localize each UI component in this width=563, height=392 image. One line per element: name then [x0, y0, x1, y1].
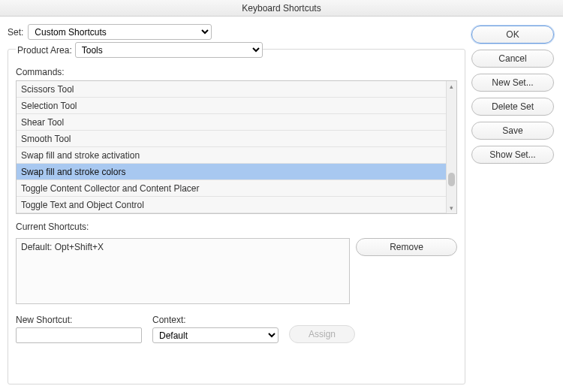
context-label: Context: [152, 315, 278, 325]
current-shortcuts-row: Default: Opt+Shift+X Remove [16, 238, 457, 304]
command-item[interactable]: Selection Tool [17, 98, 446, 114]
scroll-thumb[interactable] [448, 173, 455, 186]
show-set-button[interactable]: Show Set... [471, 146, 554, 164]
context-dropdown[interactable]: Default [152, 327, 278, 343]
command-item-selected[interactable]: Swap fill and stroke colors [17, 164, 446, 180]
current-shortcuts-list[interactable]: Default: Opt+Shift+X [16, 238, 350, 304]
shortcut-entry[interactable]: Default: Opt+Shift+X [17, 239, 349, 255]
commands-list-container: Scissors Tool Selection Tool Shear Tool … [16, 80, 457, 214]
set-row: Set: Custom Shortcuts [8, 24, 465, 40]
product-area-dropdown[interactable]: Tools [75, 42, 263, 58]
product-area-fieldset: Product Area: Tools Commands: Scissors T… [8, 49, 465, 384]
command-item[interactable]: Toggle Text and Object Control [17, 197, 446, 213]
ok-button[interactable]: OK [471, 26, 554, 44]
commands-label: Commands: [16, 67, 457, 77]
scroll-up-icon[interactable]: ▴ [447, 81, 456, 92]
commands-list[interactable]: Scissors Tool Selection Tool Shear Tool … [17, 81, 446, 213]
context-col: Context: Default [152, 315, 278, 343]
delete-set-button[interactable]: Delete Set [471, 98, 554, 116]
new-shortcut-input[interactable] [16, 327, 142, 343]
current-shortcuts-label: Current Shortcuts: [16, 222, 457, 232]
remove-button[interactable]: Remove [356, 238, 457, 256]
commands-scrollbar[interactable]: ▴ ▾ [446, 81, 456, 213]
main-column: Set: Custom Shortcuts Product Area: Tool… [8, 24, 465, 384]
new-shortcut-label: New Shortcut: [16, 315, 142, 325]
set-dropdown[interactable]: Custom Shortcuts [28, 24, 212, 40]
cancel-button[interactable]: Cancel [471, 50, 554, 68]
new-set-button[interactable]: New Set... [471, 74, 554, 92]
new-shortcut-col: New Shortcut: [16, 315, 142, 343]
window-titlebar: Keyboard Shortcuts [0, 0, 563, 17]
new-shortcut-row: New Shortcut: Context: Default Assign [16, 315, 457, 343]
product-area-label: Product Area: [16, 45, 75, 56]
command-item[interactable]: Scissors Tool [17, 81, 446, 98]
set-label: Set: [8, 27, 23, 38]
product-area-row: Product Area: Tools [16, 42, 457, 58]
dialog-body: Set: Custom Shortcuts Product Area: Tool… [0, 17, 563, 392]
assign-button[interactable]: Assign [289, 325, 355, 343]
side-button-column: OK Cancel New Set... Delete Set Save Sho… [471, 24, 554, 384]
command-item[interactable]: Smooth Tool [17, 131, 446, 147]
command-item[interactable]: Swap fill and stroke activation [17, 147, 446, 164]
save-button[interactable]: Save [471, 122, 554, 140]
command-item[interactable]: Toggle Content Collector and Content Pla… [17, 180, 446, 197]
scroll-down-icon[interactable]: ▾ [447, 203, 456, 213]
command-item[interactable]: Shear Tool [17, 114, 446, 131]
